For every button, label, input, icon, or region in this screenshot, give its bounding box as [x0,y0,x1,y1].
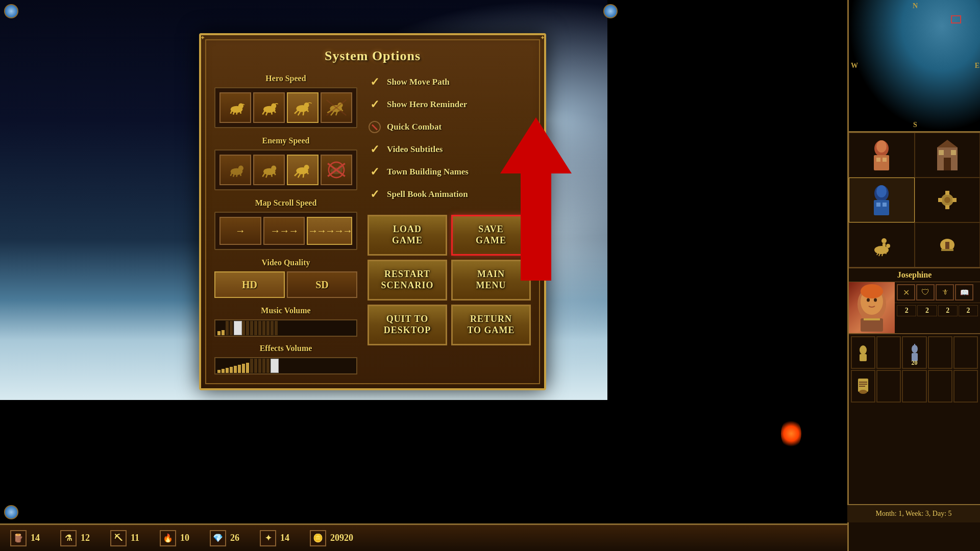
hero-speed-slow[interactable] [219,92,251,123]
svg-rect-57 [944,158,951,170]
checkbox-show-hero-reminder[interactable]: ✓ Show Hero Reminder [368,96,531,113]
hero-item-slot-3[interactable] [902,370,926,403]
gems-icon: ✦ [260,530,276,546]
enemy-speed-group [214,149,357,190]
restart-scenario-button[interactable]: RESTARTSCENARIO [368,260,447,300]
label-town-building-names: Town Building Names [387,167,469,177]
checkbox-town-building-names[interactable]: ✓ Town Building Names [368,164,531,180]
spell-book-slot[interactable] [851,370,875,403]
troop-slot-5[interactable] [953,336,978,369]
stat-attack-val: 2 [897,305,916,316]
svg-point-90 [860,345,867,355]
resource-crystal: 💎 26 [210,530,239,546]
checkbox-list: ✓ Show Move Path ✓ Show Hero Reminder [368,74,531,203]
check-quick-combat [368,120,382,134]
check-show-move-path: ✓ [368,75,382,89]
rp-slot-building1[interactable] [915,133,981,178]
svg-rect-97 [859,384,867,385]
fx-bar-3 [226,368,229,373]
svg-point-28 [238,166,243,171]
hero-item-slot-2[interactable] [876,370,901,403]
checkbox-quick-combat[interactable]: Quick Combat [368,119,531,135]
rp-slot-rider[interactable] [849,222,915,267]
corner-gem-topright [603,4,618,18]
map-scroll-speed-label: Map Scroll Speed [214,198,357,208]
rp-slot-hero2[interactable] [849,178,915,222]
enemy-speed-disabled[interactable] [321,155,352,185]
music-volume-slider[interactable] [214,319,357,337]
svg-line-41 [295,172,298,176]
svg-rect-70 [952,198,957,202]
scroll-slow[interactable]: → [219,217,261,245]
enemy-speed-fast[interactable] [287,155,318,185]
svg-point-51 [876,140,887,153]
check-mark-spell-book-animation: ✓ [370,188,379,201]
troop-slot-4[interactable] [928,336,952,369]
enemy-speed-medium[interactable] [253,155,285,185]
effects-volume-slider[interactable] [214,357,357,374]
checkbox-video-subtitles[interactable]: ✓ Video Subtitles [368,141,531,158]
svg-line-43 [303,172,304,178]
fx-bar-7 [242,364,245,373]
hero-large-portrait[interactable] [849,282,895,333]
mercury-icon: ⚗ [60,530,77,546]
troop-slot-3[interactable]: 20 [902,336,926,369]
check-show-hero-reminder: ✓ [368,97,382,112]
label-show-hero-reminder: Show Hero Reminder [387,99,467,110]
music-volume-handle[interactable] [234,321,242,335]
hero-item-slot-5[interactable] [953,370,978,403]
quit-to-desktop-button[interactable]: QUIT TODESKTOP [368,305,447,345]
svg-line-17 [303,110,304,115]
check-mark-show-hero-reminder: ✓ [370,98,379,111]
rp-slot-hero1[interactable] [849,133,915,178]
scroll-fast[interactable]: →→→→→ [307,217,352,245]
eq-slot-3[interactable]: 🗡 [936,284,954,300]
hero-stat-numbers: 2 2 2 2 [895,303,980,318]
minimap-content[interactable]: N W E S [849,0,980,131]
checkbox-spell-book-animation[interactable]: ✓ Spell Book Animation [368,186,531,203]
svg-rect-67 [945,191,949,195]
save-game-button[interactable]: SAVEGAME [451,215,531,256]
music-bar-1 [217,331,220,335]
check-video-subtitles: ✓ [368,142,382,157]
hero-item-slot-4[interactable] [928,370,952,403]
svg-line-31 [237,172,238,177]
troop-slot-1[interactable] [851,336,875,369]
svg-point-61 [876,185,887,197]
svg-rect-81 [941,249,953,251]
check-mark-video-subtitles: ✓ [370,143,379,156]
svg-rect-82 [945,242,949,249]
stat-power-val: 2 [938,305,958,316]
return-to-game-button[interactable]: RETURNTO GAME [451,305,531,345]
rp-slot-helmet[interactable] [915,222,981,267]
hero-stats-area: ✕ 🛡 🗡 📖 2 2 2 2 [895,282,980,333]
rp-slot-gear[interactable] [915,178,981,222]
hero-speed-very-fast[interactable] [321,92,352,123]
eq-slot-2[interactable]: 🛡 [916,284,935,300]
svg-line-35 [262,172,265,177]
minimap-indicator [951,15,961,23]
svg-line-42 [298,173,301,178]
scroll-medium[interactable]: →→→ [263,217,305,245]
sulfur-icon: 🔥 [160,530,176,546]
effects-volume-handle[interactable] [271,359,279,373]
checkbox-show-move-path[interactable]: ✓ Show Move Path [368,74,531,90]
load-game-button[interactable]: LOADGAME [368,215,447,256]
hero-speed-fast[interactable] [287,92,318,123]
hero-speed-medium[interactable] [253,92,285,123]
label-spell-book-animation: Spell Book Animation [387,189,468,199]
corner-gem-bottomleft [4,505,18,519]
dialog-title: System Options [214,48,531,64]
main-menu-button[interactable]: MAINMENU [451,260,531,300]
quality-sd[interactable]: SD [287,271,357,298]
quality-hd[interactable]: HD [214,271,285,298]
troop-3-count: 20 [904,359,924,367]
eq-slot-4[interactable]: 📖 [955,284,973,300]
gold-value: 20920 [330,533,353,543]
svg-rect-91 [860,354,867,361]
troop-slot-2[interactable] [876,336,901,369]
enemy-speed-slow[interactable] [219,155,251,185]
eq-slot-1[interactable]: ✕ [897,284,915,300]
hero-speed-label: Hero Speed [214,74,357,83]
svg-rect-58 [939,150,944,155]
